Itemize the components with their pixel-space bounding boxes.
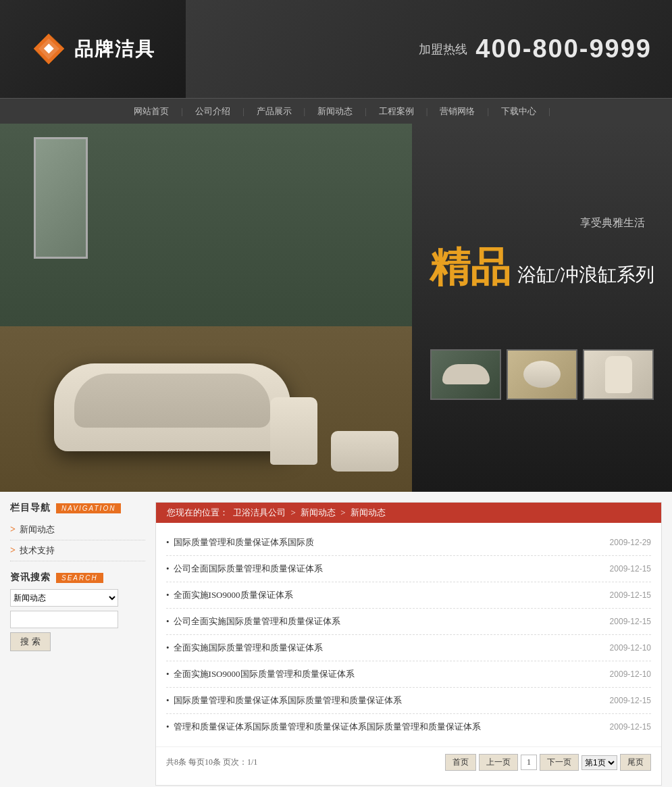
news-title-5[interactable]: 全面实施ISO9000国际质量管理和质量保证体系 xyxy=(174,668,596,680)
banner-title: 精品 浴缸/冲浪缸系列 xyxy=(430,240,655,295)
breadcrumb-sep1: > xyxy=(291,507,299,517)
arrow-icon: > xyxy=(10,524,16,535)
hotline-area: 加盟热线 400-800-9999 xyxy=(186,0,672,98)
news-bullet: • xyxy=(166,537,170,548)
news-list: • 国际质量管理和质量保证体系国际质 2009-12-29 • 公司全面国际质量… xyxy=(156,523,661,746)
arrow-icon-2: > xyxy=(10,545,16,556)
content-area: 栏目导航 NAVIGATION > 新闻动态 > 技术支持 资讯搜索 SEARC… xyxy=(0,492,672,787)
logo-area: ◆ 品牌洁具 xyxy=(0,0,186,98)
sidebar-nav-header: 栏目导航 NAVIGATION xyxy=(10,502,145,514)
news-title-1[interactable]: 公司全面国际质量管理和质量保证体系 xyxy=(174,563,596,575)
news-title-3[interactable]: 公司全面实施国际质量管理和质量保证体系 xyxy=(174,615,596,628)
banner-big-text: 精品 xyxy=(430,240,511,295)
news-date-2: 2009-12-15 xyxy=(610,590,651,600)
news-date-5: 2009-12-10 xyxy=(610,669,651,679)
banner: 享受典雅生活 精品 浴缸/冲浪缸系列 xyxy=(0,124,672,492)
news-item: • 全面实施国际质量管理和质量保证体系 2009-12-10 xyxy=(166,635,651,661)
sidebar-nav-label: 栏目导航 xyxy=(10,502,51,514)
sidebar-nav-section: 栏目导航 NAVIGATION > 新闻动态 > 技术支持 xyxy=(10,502,145,561)
logo-icon: ◆ xyxy=(30,30,68,68)
sidebar-search-badge: SEARCH xyxy=(56,573,103,583)
sidebar-search-header: 资讯搜索 SEARCH xyxy=(10,572,145,584)
breadcrumb-root[interactable]: 卫浴洁具公司 xyxy=(233,507,286,517)
search-controls: 新闻动态 技术支持 搜 索 xyxy=(10,589,145,651)
news-title-7[interactable]: 管理和质量保证体系国际质量管理和质量保证体系国际质量管理和质量保证体系 xyxy=(174,721,596,733)
sidebar-search-section: 资讯搜索 SEARCH 新闻动态 技术支持 搜 索 xyxy=(10,572,145,651)
sidebar: 栏目导航 NAVIGATION > 新闻动态 > 技术支持 资讯搜索 SEARC… xyxy=(10,502,145,786)
sidebar-item-news[interactable]: > 新闻动态 xyxy=(10,519,145,540)
thumbnail-2[interactable] xyxy=(507,349,577,400)
hotline-number: 400-800-9999 xyxy=(475,34,652,64)
news-date-7: 2009-12-15 xyxy=(610,722,651,732)
logo-box: ◆ 品牌洁具 xyxy=(30,30,155,68)
news-item: • 公司全面国际质量管理和质量保证体系 2009-12-15 xyxy=(166,556,651,582)
banner-subtitle: 享受典雅生活 xyxy=(580,216,645,230)
search-category-select[interactable]: 新闻动态 技术支持 xyxy=(10,589,118,607)
news-item: • 全面实施ISO9000质量保证体系 2009-12-15 xyxy=(166,582,651,609)
logo-text: 品牌洁具 xyxy=(74,36,155,62)
thumbnail-3[interactable] xyxy=(583,349,654,400)
news-title-2[interactable]: 全面实施ISO9000质量保证体系 xyxy=(174,589,596,601)
news-date-6: 2009-12-15 xyxy=(610,696,651,705)
breadcrumb-parent[interactable]: 新闻动态 xyxy=(301,507,336,517)
news-bullet: • xyxy=(166,695,170,706)
breadcrumb-prefix: 您现在的位置： xyxy=(167,507,228,517)
news-item: • 国际质量管理和质量保证体系国际质 2009-12-29 xyxy=(166,530,651,556)
page-prev-btn[interactable]: 上一页 xyxy=(479,754,518,771)
nav-item-news[interactable]: 新闻动态 xyxy=(305,99,365,124)
page-last-btn[interactable]: 尾页 xyxy=(620,754,651,771)
banner-text: 享受典雅生活 精品 浴缸/冲浪缸系列 xyxy=(412,124,672,492)
news-bullet: • xyxy=(166,669,170,680)
thumbnail-1[interactable] xyxy=(430,349,501,400)
header: ◆ 品牌洁具 加盟热线 400-800-9999 xyxy=(0,0,672,98)
news-bullet: • xyxy=(166,590,170,601)
news-title-6[interactable]: 国际质量管理和质量保证体系国际质量管理和质量保证体系 xyxy=(174,694,596,707)
banner-thumbnails xyxy=(430,349,654,400)
sidebar-search-label: 资讯搜索 xyxy=(10,572,51,584)
page-next-btn[interactable]: 下一页 xyxy=(540,754,579,771)
banner-sub-text: 浴缸/冲浪缸系列 xyxy=(517,262,655,288)
page-first-btn[interactable]: 首页 xyxy=(445,754,476,771)
news-date-1: 2009-12-15 xyxy=(610,564,651,574)
news-date-3: 2009-12-15 xyxy=(610,617,651,626)
sidebar-item-tech[interactable]: > 技术支持 xyxy=(10,540,145,561)
news-date-4: 2009-12-10 xyxy=(610,643,651,653)
news-bullet: • xyxy=(166,616,170,627)
main-content: 您现在的位置： 卫浴洁具公司 > 新闻动态 > 新闻动态 • 国际质量管理和质量… xyxy=(155,502,662,786)
nav-item-home[interactable]: 网站首页 xyxy=(122,99,181,124)
news-item: • 公司全面实施国际质量管理和质量保证体系 2009-12-15 xyxy=(166,609,651,635)
sidebar-tech-label: 技术支持 xyxy=(20,544,55,557)
nav-item-products[interactable]: 产品展示 xyxy=(244,99,304,124)
news-bullet: • xyxy=(166,563,170,574)
nav-item-marketing[interactable]: 营销网络 xyxy=(428,99,487,124)
svg-text:◆: ◆ xyxy=(43,41,54,55)
news-title-4[interactable]: 全面实施国际质量管理和质量保证体系 xyxy=(174,642,596,654)
news-item: • 国际质量管理和质量保证体系国际质量管理和质量保证体系 2009-12-15 xyxy=(166,688,651,714)
news-title-0[interactable]: 国际质量管理和质量保证体系国际质 xyxy=(174,536,596,549)
breadcrumb-current[interactable]: 新闻动态 xyxy=(351,507,386,517)
news-item: • 全面实施ISO9000国际质量管理和质量保证体系 2009-12-10 xyxy=(166,661,651,688)
pagination-info: 共8条 每页10条 页次：1/1 xyxy=(166,757,257,768)
banner-image xyxy=(0,124,412,492)
pagination-controls: 首页 上一页 1 下一页 第1页 尾页 xyxy=(445,754,651,771)
news-date-0: 2009-12-29 xyxy=(610,538,651,547)
pagination-bar: 共8条 每页10条 页次：1/1 首页 上一页 1 下一页 第1页 尾页 xyxy=(156,746,661,778)
page-select[interactable]: 第1页 xyxy=(581,755,617,770)
breadcrumb: 您现在的位置： 卫浴洁具公司 > 新闻动态 > 新闻动态 xyxy=(156,503,661,523)
nav-item-cases[interactable]: 工程案例 xyxy=(367,99,426,124)
sidebar-nav-badge: NAVIGATION xyxy=(56,503,121,513)
news-item: • 管理和质量保证体系国际质量管理和质量保证体系国际质量管理和质量保证体系 20… xyxy=(166,714,651,740)
sidebar-news-label: 新闻动态 xyxy=(20,524,55,536)
hotline-label: 加盟热线 xyxy=(419,41,467,57)
navigation: 网站首页 | 公司介绍 | 产品展示 | 新闻动态 | 工程案例 | 营销网络 … xyxy=(0,98,672,124)
search-button[interactable]: 搜 索 xyxy=(10,632,51,651)
breadcrumb-sep2: > xyxy=(340,507,348,517)
nav-item-download[interactable]: 下载中心 xyxy=(489,99,548,124)
page-current: 1 xyxy=(521,755,537,770)
nav-item-about[interactable]: 公司介绍 xyxy=(183,99,242,124)
news-bullet: • xyxy=(166,721,170,732)
news-bullet: • xyxy=(166,642,170,653)
search-input[interactable] xyxy=(10,611,118,628)
